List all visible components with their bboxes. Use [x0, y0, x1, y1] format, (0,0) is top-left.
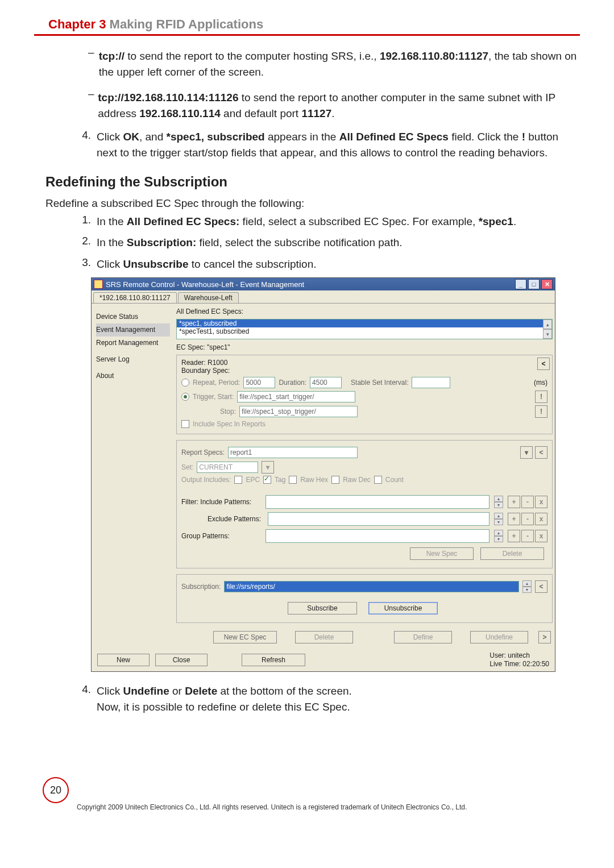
- report-specs-select[interactable]: report1: [228, 447, 358, 458]
- trigger-stop-input[interactable]: file://spec1_stop_trigger/: [239, 406, 358, 417]
- report-delete-button[interactable]: Delete: [480, 547, 544, 560]
- scroll-up-icon[interactable]: ▴: [543, 319, 552, 329]
- label-subscription: Subscription:: [181, 583, 221, 591]
- ec-delete-button[interactable]: Delete: [295, 631, 353, 643]
- include-minus-button[interactable]: -: [521, 496, 534, 508]
- checkbox-rawdec[interactable]: [331, 476, 339, 484]
- label-group: Group Patterns:: [181, 532, 261, 540]
- maximize-button[interactable]: □: [528, 279, 540, 289]
- sidebar: Device Status Event Management Report Ma…: [94, 306, 172, 646]
- trigger-stop-bang-button[interactable]: !: [535, 405, 547, 418]
- report-dropdown-button[interactable]: ▾: [520, 446, 533, 459]
- spin-down-icon[interactable]: ▾: [494, 519, 503, 525]
- tab-warehouse[interactable]: Warehouse-Left: [178, 292, 239, 303]
- overflow-button[interactable]: >: [538, 631, 551, 643]
- list-item[interactable]: *specTest1, subscribed: [177, 327, 552, 335]
- dash-icon: –: [88, 46, 99, 82]
- bullet-2-prefix: tcp://192.168.110.114:11126: [98, 92, 238, 103]
- spin-up-icon[interactable]: ▴: [494, 496, 503, 502]
- stable-input[interactable]: [412, 377, 450, 388]
- label-stable: Stable Set Interval:: [351, 379, 408, 387]
- new-ec-spec-button[interactable]: New EC Spec: [213, 631, 277, 643]
- exclude-x-button[interactable]: x: [535, 513, 547, 525]
- subscribe-button[interactable]: Subscribe: [288, 602, 357, 614]
- include-x-button[interactable]: x: [535, 496, 547, 508]
- report-collapse-button[interactable]: <: [535, 446, 547, 459]
- unsubscribe-button[interactable]: Unsubscribe: [368, 602, 438, 614]
- label-include-spec: Include Spec In Reports: [193, 420, 265, 428]
- main-area: All Defined EC Specs: *spec1, subscribed…: [175, 306, 553, 646]
- live-time-line: Live Time: 02:20:50: [489, 660, 549, 668]
- checkbox-include-spec[interactable]: [181, 420, 189, 428]
- step4b-num: 4.: [74, 683, 97, 715]
- duration-input[interactable]: 4500: [310, 377, 342, 388]
- checkbox-tag[interactable]: [263, 476, 271, 484]
- new-spec-button[interactable]: New Spec: [410, 547, 474, 560]
- repeat-period-input[interactable]: 5000: [243, 377, 275, 388]
- close-button[interactable]: ✕: [541, 279, 553, 289]
- step3-body: Click Unsubscribe to cancel the subscrip…: [97, 256, 580, 272]
- exclude-plus-button[interactable]: +: [508, 513, 520, 525]
- label-repeat: Repeat, Period:: [193, 379, 240, 387]
- include-patterns-input[interactable]: [265, 495, 489, 509]
- subscription-collapse-button[interactable]: <: [535, 580, 547, 593]
- include-plus-button[interactable]: +: [508, 496, 520, 508]
- group-plus-button[interactable]: +: [508, 530, 520, 542]
- spin-down-icon[interactable]: ▾: [494, 502, 503, 508]
- step4-top-body: Click OK, and *spec1, subscribed appears…: [97, 129, 580, 160]
- spin-down-icon[interactable]: ▾: [494, 536, 503, 542]
- close-bottom-button[interactable]: Close: [155, 654, 208, 666]
- section-title: Redefining the Subscription: [45, 174, 580, 190]
- group-x-button[interactable]: x: [535, 530, 547, 542]
- tab-address[interactable]: *192.168.110.80:11127: [93, 292, 177, 303]
- exclude-patterns-input[interactable]: [268, 512, 489, 526]
- label-reader: Reader: R1000: [181, 359, 547, 367]
- radio-repeat[interactable]: [181, 379, 189, 387]
- panel-collapse-button[interactable]: <: [537, 358, 550, 370]
- step-3: 3. Click Unsubscribe to cancel the subsc…: [74, 256, 580, 272]
- step4-top-num: 4.: [74, 129, 97, 160]
- spin-up-icon[interactable]: ▴: [522, 580, 532, 587]
- step4-top: 4. Click OK, and *spec1, subscribed appe…: [74, 129, 580, 160]
- all-defined-listbox[interactable]: *spec1, subscribed *specTest1, subscribe…: [176, 319, 553, 339]
- spin-up-icon[interactable]: ▴: [494, 513, 503, 519]
- step3-num: 3.: [74, 256, 97, 272]
- label-report-specs: Report Specs:: [181, 448, 225, 456]
- bullet-1-text: tcp:// to send the report to the compute…: [99, 48, 580, 80]
- dash-icon: –: [88, 88, 98, 123]
- checkbox-count[interactable]: [374, 476, 382, 484]
- srs-window: SRS Remote Control - Warehouse-Left - Ev…: [91, 277, 555, 672]
- sidebar-item-server-log[interactable]: Server Log: [96, 353, 170, 366]
- spin-down-icon[interactable]: ▾: [522, 587, 532, 593]
- exclude-minus-button[interactable]: -: [521, 513, 534, 525]
- minimize-button[interactable]: _: [515, 279, 526, 289]
- trigger-start-bang-button[interactable]: !: [535, 391, 547, 403]
- refresh-button[interactable]: Refresh: [242, 654, 305, 666]
- user-line: User: unitech: [489, 651, 549, 659]
- step4b-body: Click Undefine or Delete at the bottom o…: [97, 683, 580, 715]
- checkbox-epc[interactable]: [234, 476, 242, 484]
- scroll-down-icon[interactable]: ▾: [543, 329, 552, 339]
- sidebar-item-event-management[interactable]: Event Management: [96, 323, 170, 337]
- spin-up-icon[interactable]: ▴: [494, 530, 503, 536]
- group-minus-button[interactable]: -: [521, 530, 534, 542]
- define-button[interactable]: Define: [394, 631, 452, 643]
- subscription-input[interactable]: file://srs/reports/: [224, 581, 519, 592]
- checkbox-rawhex[interactable]: [289, 476, 297, 484]
- new-button[interactable]: New: [97, 654, 150, 666]
- app-icon: [94, 280, 103, 289]
- sidebar-item-report-management[interactable]: Report Management: [96, 337, 170, 350]
- group-patterns-input[interactable]: [265, 529, 489, 543]
- titlebar[interactable]: SRS Remote Control - Warehouse-Left - Ev…: [92, 278, 555, 290]
- label-trigger-start: Trigger, Start:: [193, 393, 234, 401]
- sidebar-item-device-status[interactable]: Device Status: [96, 310, 170, 323]
- sidebar-item-about[interactable]: About: [96, 369, 170, 383]
- undefine-button[interactable]: Undefine: [470, 631, 528, 643]
- set-dropdown-button[interactable]: ▾: [262, 461, 274, 474]
- set-select[interactable]: CURRENT: [197, 462, 258, 473]
- list-item[interactable]: *spec1, subscribed: [177, 319, 552, 327]
- bullet-2-text: tcp://192.168.110.114:11126 to send the …: [98, 90, 580, 121]
- step2-body: In the Subscription: field, select the s…: [97, 235, 580, 251]
- radio-trigger[interactable]: [181, 393, 189, 401]
- trigger-start-input[interactable]: file://spec1_start_trigger/: [237, 391, 355, 402]
